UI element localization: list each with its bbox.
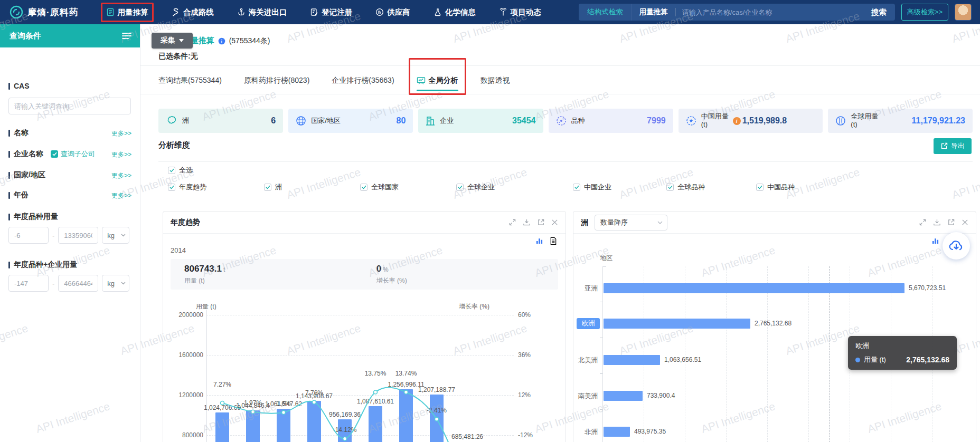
continent-bar[interactable]	[604, 427, 630, 437]
nav-item-project[interactable]: 项目动态	[499, 7, 541, 17]
growth-label: 7.76%	[293, 389, 335, 397]
range-separator: -	[52, 280, 54, 287]
registration-doc-icon	[310, 8, 318, 16]
sidebar-title: 查询条件	[10, 31, 41, 41]
advanced-search-button[interactable]: 高级检索>>	[901, 4, 948, 21]
divider	[158, 161, 973, 162]
nav-item-chemical[interactable]: 化学信息	[434, 7, 476, 17]
trend-bar[interactable]	[307, 401, 321, 442]
year-more-link[interactable]: 更多>>	[111, 191, 131, 200]
checkbox-option[interactable]: 中国企业	[573, 182, 611, 192]
brand-logo[interactable]: 摩熵·原料药	[10, 5, 79, 19]
range2-min-input[interactable]	[8, 275, 49, 292]
stat-card-variety: 品种 7999	[549, 109, 673, 133]
nav-item-usage[interactable]: 用量推算	[106, 7, 148, 17]
y-left-tick: 1600000	[165, 351, 203, 359]
trend-bar[interactable]	[277, 409, 290, 442]
y-right-tick: 60%	[518, 311, 531, 319]
checkbox-option[interactable]: 全球国家	[360, 182, 399, 192]
tab-label: 全局分析	[429, 76, 458, 85]
range1-min-input[interactable]	[8, 227, 49, 244]
name-more-link[interactable]: 更多>>	[111, 129, 131, 138]
info-icon[interactable]: i	[733, 117, 741, 125]
checkbox-option[interactable]: 全球企业	[456, 182, 495, 192]
continent-bar[interactable]	[604, 283, 904, 293]
y-right-tick: -12%	[518, 431, 533, 439]
checkbox-icon	[573, 184, 580, 191]
checkbox-select-all[interactable]: 全选	[168, 166, 193, 175]
search-scope-label[interactable]: 用量推算	[632, 7, 675, 17]
project-signal-icon	[499, 8, 507, 16]
checkbox-option[interactable]: 中国品种	[756, 182, 795, 192]
nav-item-synthesis[interactable]: 合成路线	[172, 7, 214, 17]
range1-unit-select[interactable]: kg	[102, 227, 129, 244]
nav-item-registration[interactable]: 登记注册	[310, 7, 352, 17]
continent-bar[interactable]	[604, 355, 660, 365]
watermark-text: API Intelligence	[950, 166, 980, 201]
trend-bar[interactable]	[369, 406, 382, 442]
tab-global-analysis[interactable]: 全局分析	[417, 69, 458, 93]
checkbox-option[interactable]: 全球品种	[666, 182, 705, 192]
growth-label: -2.41%	[416, 407, 458, 414]
cas-keyword-input[interactable]	[8, 98, 131, 114]
checkbox-icon	[456, 184, 464, 191]
trend-bar[interactable]	[215, 412, 229, 442]
y-left-tick: 2000000	[165, 311, 203, 319]
global-search-input[interactable]	[676, 8, 863, 16]
range2-unit-select[interactable]: kg	[102, 275, 129, 292]
china-usage-icon	[686, 116, 696, 126]
checkbox-label: 全球企业	[467, 182, 495, 192]
summary-stats: 洲 6 国家/地区 80 企业 35454 品种 7999 中国用量(t) i …	[158, 109, 973, 133]
data-table-toggle-icon[interactable]	[550, 237, 557, 245]
country-more-link[interactable]: 更多>>	[111, 171, 131, 180]
category-label[interactable]: 亚洲	[576, 284, 598, 293]
search-button[interactable]: 搜索	[863, 7, 895, 17]
chevron-down-icon	[121, 282, 126, 285]
tab-data-pivot[interactable]: 数据透视	[480, 69, 510, 93]
export-button[interactable]: 导出	[934, 138, 972, 154]
company-more-link[interactable]: 更多>>	[111, 150, 131, 159]
subsidiary-checkbox[interactable]: 查询子公司	[51, 149, 95, 159]
trend-bar[interactable]	[399, 389, 413, 442]
gridline	[206, 315, 514, 315]
axis-tick	[600, 409, 602, 410]
avatar[interactable]	[955, 4, 972, 21]
trend-bar[interactable]	[246, 410, 260, 442]
stat-label: 全球用量(t)	[851, 113, 878, 129]
collapse-menu-icon[interactable]	[122, 32, 131, 40]
axis-tick	[600, 373, 602, 374]
category-label[interactable]: 南美洲	[576, 392, 598, 401]
range2-max-input[interactable]	[58, 275, 98, 292]
stat-value: 7999	[647, 116, 666, 126]
checkbox-label: 全选	[179, 166, 193, 175]
category-label[interactable]: 非洲	[576, 428, 598, 437]
variety-icon	[556, 116, 567, 126]
continent-bar[interactable]	[604, 319, 750, 329]
tab-query-results[interactable]: 查询结果(5755344)	[158, 69, 222, 93]
category-label[interactable]: 北美洲	[576, 356, 598, 365]
brand-logo-icon	[10, 5, 23, 19]
divider	[140, 94, 980, 94]
tab-api-ranking[interactable]: 原料药排行榜(8023)	[244, 69, 309, 93]
bar-value-label: 1,063,656.51	[664, 356, 701, 363]
nav-item-supplier[interactable]: 供应商	[375, 7, 410, 17]
range1-max-input[interactable]	[58, 227, 98, 244]
continent-bar[interactable]	[604, 391, 643, 401]
info-circle-icon[interactable]	[218, 37, 225, 45]
checkbox-option[interactable]: 年度趋势	[168, 182, 206, 192]
nav-item-label: 化学信息	[445, 7, 476, 17]
category-label-highlighted[interactable]: 欧洲	[577, 318, 600, 329]
growth-label: 7.27%	[201, 381, 243, 388]
anchor-icon	[237, 8, 246, 16]
tab-company-ranking[interactable]: 企业排行榜(35663)	[332, 69, 394, 93]
collect-dropdown-button[interactable]: 采集	[152, 33, 193, 49]
checkbox-label: 中国品种	[767, 182, 795, 192]
cloud-download-button[interactable]	[943, 232, 970, 260]
range2-section-label: 年度品种+企业用量	[8, 260, 77, 270]
bar-chart-toggle-icon[interactable]	[535, 237, 543, 245]
structure-search-button[interactable]: 结构式检索	[579, 4, 632, 21]
nav-item-customs[interactable]: 海关进出口	[237, 7, 287, 17]
cloud-download-icon	[948, 239, 964, 253]
checkbox-option[interactable]: 洲	[264, 182, 282, 192]
bar-chart-toggle-icon[interactable]	[931, 237, 939, 245]
